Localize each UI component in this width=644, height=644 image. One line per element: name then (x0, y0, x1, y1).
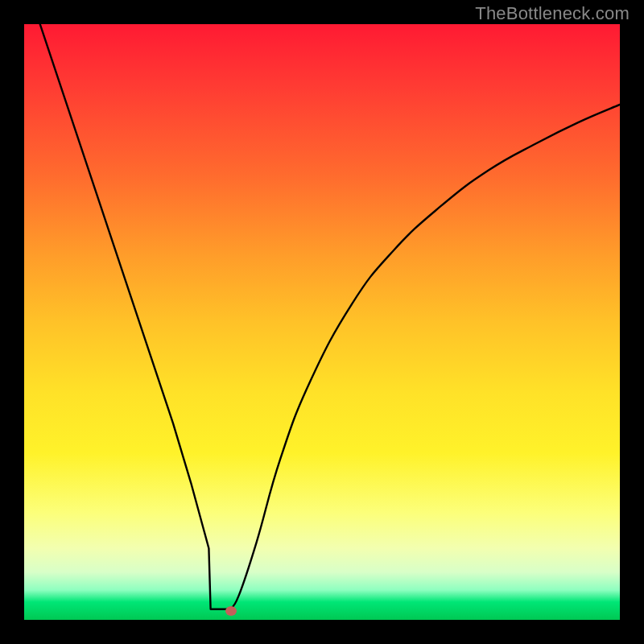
chart-minimum-marker (225, 606, 237, 616)
chart-plot-area (24, 24, 620, 620)
watermark-text: TheBottleneck.com (475, 3, 630, 24)
chart-curve-path (24, 24, 620, 609)
chart-curve-svg (24, 24, 620, 620)
